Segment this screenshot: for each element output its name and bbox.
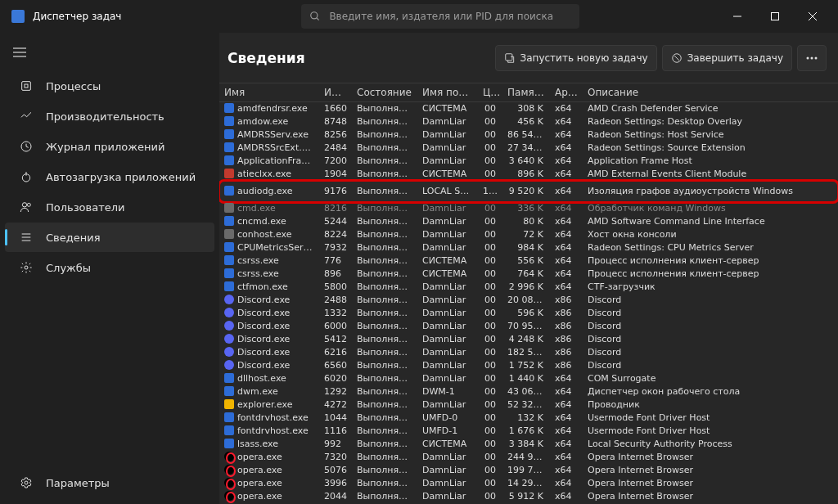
- nav-performance[interactable]: Производительность: [5, 101, 214, 131]
- table-row[interactable]: csrss.exe896ВыполняетсяСИСТЕМА00764 Kx64…: [219, 268, 838, 281]
- cell-desc: Opera Internet Browser: [583, 464, 838, 477]
- cell-arch: x64: [550, 425, 583, 438]
- cell-cpu: 00: [478, 142, 502, 155]
- table-row[interactable]: CPUMetricsServer.exe7932ВыполняетсяDamnL…: [219, 241, 838, 254]
- cell-arch: x64: [550, 155, 583, 168]
- process-icon: [224, 439, 234, 448]
- nav-startup[interactable]: Автозагрузка приложений: [5, 162, 214, 191]
- table-row[interactable]: Discord.exe6560ВыполняетсяDamnLiar001 75…: [219, 359, 838, 372]
- nav-processes[interactable]: Процессы: [5, 71, 214, 101]
- cell-status: Выполняется: [352, 202, 417, 215]
- table-row[interactable]: audiodg.exe9176ВыполняетсяLOCAL SE...100…: [219, 181, 838, 202]
- table-row[interactable]: opera.exe5076ВыполняетсяDamnLiar00199 71…: [219, 464, 838, 477]
- cell-mem: 86 544 K: [502, 128, 550, 142]
- cell-cpu: 00: [478, 241, 502, 254]
- col-desc[interactable]: Описание: [583, 83, 838, 102]
- table-header-row[interactable]: Имя ИД п... Состояние Имя польз... ЦП Па…: [219, 83, 838, 102]
- table-row[interactable]: opera.exe7320ВыполняетсяDamnLiar00244 92…: [219, 451, 838, 464]
- cell-user: UMFD-1: [417, 425, 478, 438]
- more-button[interactable]: [797, 45, 827, 71]
- col-mem[interactable]: Память (а...: [502, 83, 550, 102]
- col-status[interactable]: Состояние: [352, 83, 417, 102]
- table-row[interactable]: conhost.exe8224ВыполняетсяDamnLiar0072 K…: [219, 228, 838, 241]
- table-row[interactable]: lsass.exe992ВыполняетсяСИСТЕМА003 384 Kx…: [219, 438, 838, 451]
- table-row[interactable]: Discord.exe6216ВыполняетсяDamnLiar00182 …: [219, 346, 838, 359]
- cell-status: Выполняется: [352, 346, 417, 359]
- col-user[interactable]: Имя польз...: [417, 83, 478, 102]
- svg-rect-21: [505, 53, 511, 60]
- close-button[interactable]: [794, 0, 831, 33]
- nav-details[interactable]: Сведения: [5, 223, 214, 252]
- minimize-button[interactable]: [719, 0, 756, 33]
- process-icon: [224, 155, 234, 165]
- cell-status: Выполняется: [352, 115, 417, 128]
- table-row[interactable]: opera.exe3996ВыполняетсяDamnLiar0014 292…: [219, 477, 838, 490]
- col-cpu[interactable]: ЦП: [478, 83, 502, 102]
- table-row[interactable]: Discord.exe6000ВыполняетсяDamnLiar0070 9…: [219, 320, 838, 333]
- table-row[interactable]: csrss.exe776ВыполняетсяСИСТЕМА00556 Kx64…: [219, 254, 838, 268]
- new-task-button[interactable]: Запустить новую задачу: [495, 45, 657, 71]
- process-icon: [224, 465, 234, 475]
- cell-user: DamnLiar: [417, 333, 478, 346]
- cell-cpu: 00: [478, 412, 502, 425]
- process-icon: [224, 268, 234, 278]
- cell-status: Выполняется: [352, 102, 417, 116]
- end-task-button[interactable]: Завершить задачу: [662, 45, 792, 71]
- cell-status: Выполняется: [352, 168, 417, 181]
- table-row[interactable]: ApplicationFrameHo...7200ВыполняетсяDamn…: [219, 155, 838, 168]
- cell-cpu: 00: [478, 281, 502, 294]
- cell-status: Выполняется: [352, 398, 417, 412]
- table-row[interactable]: explorer.exe4272ВыполняетсяDamnLiar0052 …: [219, 398, 838, 412]
- table-row[interactable]: dllhost.exe6020ВыполняетсяDamnLiar001 44…: [219, 372, 838, 385]
- cell-user: DamnLiar: [417, 451, 478, 464]
- table-row[interactable]: AMDRSServ.exe8256ВыполняетсяDamnLiar0086…: [219, 128, 838, 142]
- app-title: Диспетчер задач: [33, 11, 121, 22]
- cell-mem: 132 K: [502, 412, 550, 425]
- table-row[interactable]: dwm.exe1292ВыполняетсяDWM-10043 068 Kx64…: [219, 385, 838, 398]
- table-row[interactable]: amdow.exe8748ВыполняетсяDamnLiar00456 Kx…: [219, 115, 838, 128]
- process-icon: [224, 412, 234, 422]
- nav-services[interactable]: Службы: [5, 253, 214, 282]
- nav-settings[interactable]: Параметры: [5, 468, 214, 497]
- process-icon: [224, 281, 234, 291]
- nav-app-history[interactable]: Журнал приложений: [5, 132, 214, 161]
- stop-icon: [671, 52, 683, 64]
- cell-pid: 4272: [319, 398, 352, 412]
- cell-cpu: 00: [478, 320, 502, 333]
- table-row[interactable]: Discord.exe2488ВыполняетсяDamnLiar0020 0…: [219, 294, 838, 307]
- menu-toggle[interactable]: [3, 38, 36, 67]
- table-row[interactable]: amdfendrsr.exe1660ВыполняетсяСИСТЕМА0030…: [219, 102, 838, 116]
- cell-user: DamnLiar: [417, 202, 478, 215]
- cell-name: opera.exe: [219, 451, 319, 464]
- table-row[interactable]: ctfmon.exe5800ВыполняетсяDamnLiar002 996…: [219, 281, 838, 294]
- processes-icon: [20, 79, 33, 92]
- cell-status: Выполняется: [352, 128, 417, 142]
- table-row[interactable]: Discord.exe5412ВыполняетсяDamnLiar004 24…: [219, 333, 838, 346]
- col-name[interactable]: Имя: [219, 83, 319, 102]
- cell-cpu: 00: [478, 372, 502, 385]
- cell-name: Discord.exe: [219, 307, 319, 320]
- maximize-button[interactable]: [756, 0, 794, 33]
- table-row[interactable]: opera.exe2044ВыполняетсяDamnLiar005 912 …: [219, 490, 838, 503]
- cell-arch: x64: [550, 398, 583, 412]
- col-arch[interactable]: Архите...: [550, 83, 583, 102]
- table-row[interactable]: atieclxx.exe1904ВыполняетсяСИСТЕМА00896 …: [219, 168, 838, 181]
- cell-user: DamnLiar: [417, 398, 478, 412]
- table-row[interactable]: cncmd.exe5244ВыполняетсяDamnLiar0080 Kx6…: [219, 215, 838, 228]
- cell-desc: Opera Internet Browser: [583, 451, 838, 464]
- cell-mem: 4 248 K: [502, 333, 550, 346]
- process-icon: [224, 321, 234, 331]
- table-row[interactable]: cmd.exe8216ВыполняетсяDamnLiar00336 Kx64…: [219, 202, 838, 215]
- nav-users[interactable]: Пользователи: [5, 192, 214, 222]
- table-row[interactable]: Discord.exe1332ВыполняетсяDamnLiar00596 …: [219, 307, 838, 320]
- col-pid[interactable]: ИД п...: [319, 83, 352, 102]
- search-input[interactable]: Введите имя, издателя или PID для поиска: [301, 4, 579, 29]
- cell-desc: Проводник: [583, 398, 838, 412]
- cell-cpu: 00: [478, 115, 502, 128]
- table-row[interactable]: fontdrvhost.exe1116ВыполняетсяUMFD-1001 …: [219, 425, 838, 438]
- process-table[interactable]: Имя ИД п... Состояние Имя польз... ЦП Па…: [219, 83, 838, 504]
- cell-cpu: 00: [478, 490, 502, 503]
- table-row[interactable]: AMDRSSrcExt.exe2484ВыполняетсяDamnLiar00…: [219, 142, 838, 155]
- cell-pid: 8216: [319, 202, 352, 215]
- table-row[interactable]: fontdrvhost.exe1044ВыполняетсяUMFD-00013…: [219, 412, 838, 425]
